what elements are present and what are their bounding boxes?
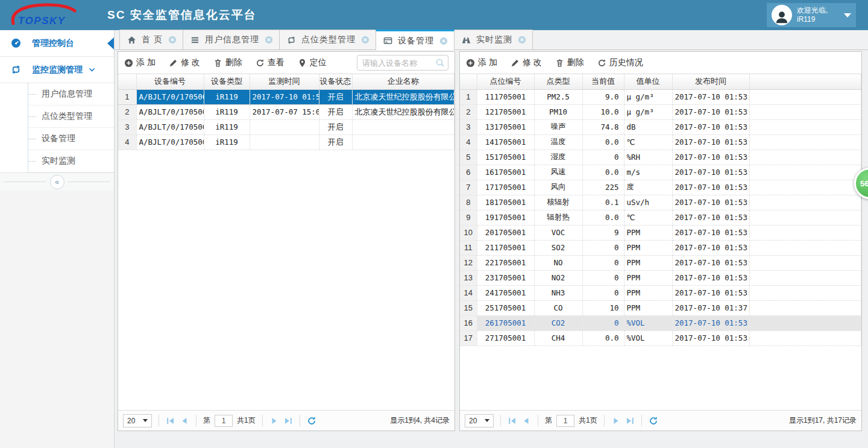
- table-row[interactable]: 12 221705001 NO 0 PPM 2017-07-10 01:53:2…: [460, 255, 861, 270]
- prev-page-button[interactable]: [521, 416, 531, 426]
- table-row[interactable]: 5 151705001 湿度 0 %RH 2017-07-10 01:53:22: [460, 150, 861, 165]
- collapse-sidebar-button[interactable]: «: [50, 175, 64, 189]
- user-menu[interactable]: 欢迎光临, iR119: [767, 3, 856, 27]
- sidebar-item-realtime[interactable]: 实时监测: [28, 150, 114, 172]
- refresh-icon: [256, 58, 265, 68]
- monitor-time: 2017-07-07 15:03:05: [250, 104, 319, 119]
- publish-time: 2017-07-10 01:53:22: [672, 89, 749, 104]
- column-header[interactable]: 当前值: [582, 74, 624, 89]
- table-row[interactable]: 15 251705001 CO 10 PPM 2017-07-10 01:37:…: [460, 300, 861, 315]
- table-row[interactable]: 8 181705001 核辐射 0.1 uSv/h 2017-07-10 01:…: [460, 195, 861, 210]
- column-header[interactable]: 设备类型: [204, 74, 250, 89]
- add-button[interactable]: 添 加: [124, 57, 156, 68]
- next-page-button[interactable]: [611, 416, 621, 426]
- page-number-input[interactable]: [556, 415, 574, 427]
- column-header[interactable]: 企业名称: [352, 74, 454, 89]
- table-row[interactable]: 13 231705001 NO2 0 PPM 2017-07-10 01:53:…: [460, 270, 861, 285]
- record-summary: 显示1到17, 共17记录: [789, 415, 857, 426]
- column-header[interactable]: 监测时间: [250, 74, 319, 89]
- value-unit: PPM: [624, 240, 672, 255]
- last-page-button[interactable]: [283, 416, 293, 426]
- table-row[interactable]: 17 271705001 CH4 0.0 %VOL 2017-07-10 01:…: [460, 330, 861, 345]
- view-button[interactable]: 查看: [256, 57, 285, 68]
- sidebar-item-monitor-mgmt[interactable]: 监控监测管理: [0, 57, 114, 83]
- publish-time: 2017-07-10 01:53:21: [672, 165, 749, 180]
- tab-device-mgmt[interactable]: 设备管理: [376, 30, 454, 50]
- tab-realtime[interactable]: 实时监测: [454, 30, 533, 49]
- close-icon[interactable]: [518, 36, 526, 44]
- close-icon[interactable]: [361, 36, 370, 44]
- first-page-button[interactable]: [166, 416, 175, 426]
- page-number-input[interactable]: [215, 415, 233, 427]
- current-value: 0: [582, 255, 624, 270]
- delete-button[interactable]: 删除: [213, 57, 242, 68]
- point-type: 风向: [534, 180, 582, 195]
- sidebar-item-device-mgmt[interactable]: 设备管理: [28, 128, 114, 150]
- point-type: 辐射热: [534, 210, 582, 225]
- edit-button[interactable]: 修 改: [511, 57, 542, 68]
- company-name: [352, 134, 454, 150]
- value-unit: PPM: [624, 285, 672, 300]
- table-row[interactable]: 3 A/BJLT/0/1705003 iR119 开启: [118, 119, 454, 134]
- table-row[interactable]: 1 111705001 PM2.5 9.0 μ g/m³ 2017-07-10 …: [460, 89, 861, 104]
- column-header[interactable]: 点位编号: [477, 74, 534, 89]
- table-row[interactable]: 14 241705001 NH3 0 PPM 2017-07-10 01:53:…: [460, 285, 861, 300]
- last-page-button[interactable]: [625, 416, 635, 426]
- page-size-select[interactable]: 20: [123, 414, 152, 427]
- point-code: 181705001: [477, 195, 534, 210]
- table-row[interactable]: 1 A/BJLT/0/1705001 iR119 2017-07-10 01:5…: [118, 89, 454, 104]
- sidebar-item-point-type[interactable]: 点位类型管理: [28, 106, 114, 128]
- table-row[interactable]: 3 131705001 噪声 74.8 dB 2017-07-10 01:53:…: [460, 119, 861, 134]
- search-icon[interactable]: [435, 58, 445, 68]
- column-header[interactable]: 值单位: [624, 74, 672, 89]
- close-icon[interactable]: [168, 36, 177, 44]
- close-icon[interactable]: [265, 36, 273, 44]
- point-code: 211705001: [477, 240, 534, 255]
- column-header-rownum[interactable]: [460, 74, 477, 89]
- history-button[interactable]: 历史情况: [597, 57, 643, 68]
- point-type: CO2: [534, 315, 582, 330]
- value-unit: 度: [624, 180, 672, 195]
- current-value: 0.0: [582, 165, 624, 180]
- table-row[interactable]: 6 161705001 风速 0.0 m/s 2017-07-10 01:53:…: [460, 165, 861, 180]
- point-type: PM2.5: [534, 89, 582, 104]
- chevron-down-icon: [88, 66, 96, 74]
- table-row[interactable]: 2 121705001 PM10 10.0 μ g/m³ 2017-07-10 …: [460, 104, 861, 119]
- column-header[interactable]: 点类型: [534, 74, 582, 89]
- table-row[interactable]: 2 A/BJLT/0/1705002 iR119 2017-07-07 15:0…: [118, 104, 454, 119]
- list-icon: [190, 36, 200, 45]
- column-header-rownum[interactable]: [118, 74, 136, 89]
- sidebar-item-user-info[interactable]: 用户信息管理: [28, 83, 114, 106]
- record-summary: 显示1到4, 共4记录: [390, 415, 450, 426]
- first-page-button[interactable]: [508, 416, 517, 426]
- tab-user-info[interactable]: 用户信息管理: [183, 30, 280, 49]
- tab-home[interactable]: 首 页: [119, 30, 183, 49]
- reload-icon[interactable]: [649, 416, 658, 426]
- sidebar-item-console[interactable]: 管理控制台: [0, 30, 114, 57]
- close-icon[interactable]: [439, 37, 448, 45]
- filler-cell: [749, 330, 861, 345]
- table-row[interactable]: 4 141705001 温度 0.0 ℃ 2017-07-10 01:53:22: [460, 134, 861, 150]
- column-header[interactable]: 发布时间: [672, 74, 749, 89]
- page-size-select[interactable]: 20: [465, 414, 494, 427]
- table-row[interactable]: 10 201705001 VOC 9 PPM 2017-07-10 01:53:…: [460, 225, 861, 240]
- table-row[interactable]: 9 191705001 辐射热 0.0 ℃ 2017-07-10 01:53:2…: [460, 210, 861, 225]
- prev-page-button[interactable]: [180, 416, 189, 426]
- add-button[interactable]: 添 加: [466, 57, 497, 68]
- column-header[interactable]: 设备编号: [136, 74, 204, 89]
- row-number: 7: [460, 180, 477, 195]
- tab-point-type[interactable]: 点位类型管理: [279, 30, 376, 49]
- chevron-down-icon[interactable]: [844, 13, 851, 17]
- edit-button[interactable]: 修 改: [169, 57, 200, 68]
- publish-time: 2017-07-10 01:53:21: [672, 210, 749, 225]
- delete-button[interactable]: 删除: [555, 57, 584, 68]
- reload-icon[interactable]: [307, 416, 316, 426]
- locate-button[interactable]: 定位: [298, 57, 327, 68]
- table-row[interactable]: 11 211705001 SO2 0 PPM 2017-07-10 01:53:…: [460, 240, 861, 255]
- column-header[interactable]: 设备状态: [319, 74, 352, 89]
- publish-time: 2017-07-10 01:53:21: [672, 330, 749, 345]
- table-row[interactable]: 4 A/BJLT/0/1705004 iR119 开启: [118, 134, 454, 150]
- table-row[interactable]: 16 261705001 CO2 0 %VOL 2017-07-10 01:53…: [460, 315, 861, 330]
- table-row[interactable]: 7 171705001 风向 225 度 2017-07-10 01:53:21: [460, 180, 861, 195]
- next-page-button[interactable]: [269, 416, 279, 426]
